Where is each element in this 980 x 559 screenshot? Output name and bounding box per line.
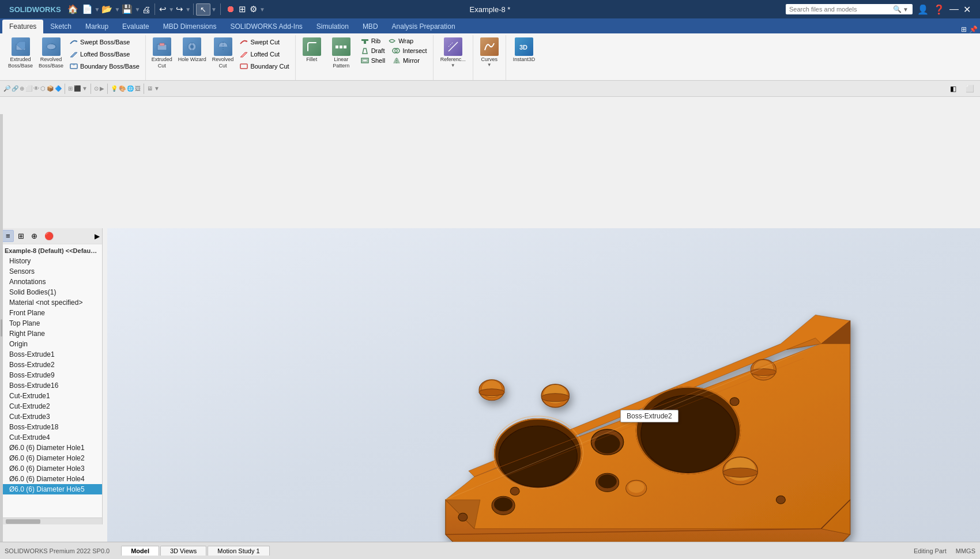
tree-item-boss-extrude18[interactable]: Boss-Extrude18 bbox=[0, 422, 102, 432]
tab-markup[interactable]: Markup bbox=[78, 20, 115, 33]
collapse-panel-button[interactable]: ◧ bbox=[947, 84, 960, 94]
bottom-tabs: Model 3D Views Motion Study 1 bbox=[121, 546, 269, 556]
panel-splitter[interactable] bbox=[0, 114, 3, 542]
tree-item-boss-extrude1[interactable]: Boss-Extrude1 bbox=[0, 349, 102, 360]
undo-button[interactable]: ↩ bbox=[157, 3, 168, 16]
search-dropdown-icon[interactable]: ▼ bbox=[903, 6, 909, 13]
svg-point-61 bbox=[730, 398, 739, 406]
tree-item-hole3[interactable]: Ø6.0 (6) Diameter Hole3 bbox=[0, 463, 102, 474]
expand-panel-button[interactable]: ⬜ bbox=[962, 84, 978, 94]
save-button[interactable]: 💾 bbox=[120, 3, 134, 16]
tree-item-cut-extrude1[interactable]: Cut-Extrude1 bbox=[0, 391, 102, 401]
svg-rect-18 bbox=[364, 41, 366, 44]
tree-item-boss-extrude16[interactable]: Boss-Extrude16 bbox=[0, 380, 102, 391]
grid-button[interactable]: ⊞ bbox=[237, 3, 248, 16]
revolved-cut-button[interactable]: RevolvedCut bbox=[210, 36, 236, 70]
search-box[interactable]: 🔍 ▼ bbox=[786, 4, 913, 14]
feature-manager-icon[interactable]: ≡ bbox=[2, 230, 14, 242]
tab-motion-study[interactable]: Motion Study 1 bbox=[208, 546, 269, 556]
tab-analysis-preparation[interactable]: Analysis Preparation bbox=[385, 20, 462, 33]
tree-item-boss-extrude2[interactable]: Boss-Extrude2 bbox=[0, 360, 102, 370]
tree-item-material[interactable]: Material <not specified> bbox=[0, 297, 102, 308]
tree-item-hole1[interactable]: Ø6.0 (6) Diameter Hole1 bbox=[0, 443, 102, 453]
tab-sketch[interactable]: Sketch bbox=[43, 20, 78, 33]
pin-ribbon-button[interactable]: 📌 bbox=[969, 25, 978, 33]
tree-item-cut-extrude2[interactable]: Cut-Extrude2 bbox=[0, 401, 102, 411]
revolved-boss-base-button[interactable]: RevolvedBoss/Base bbox=[36, 36, 66, 70]
ribbon-content: ExtrudedBoss/Base RevolvedBoss/Base Swep… bbox=[0, 33, 980, 81]
tab-mbd[interactable]: MBD bbox=[356, 20, 385, 33]
lofted-cut-button[interactable]: Lofted Cut bbox=[237, 50, 291, 59]
expand-arrow[interactable]: ▶ bbox=[95, 232, 100, 240]
property-manager-icon[interactable]: ⊞ bbox=[15, 231, 27, 241]
intersect-button[interactable]: Intersect bbox=[389, 46, 429, 55]
extruded-cut-button[interactable]: ExtrudedCut bbox=[149, 36, 175, 70]
tree-item-cut-extrude3[interactable]: Cut-Extrude3 bbox=[0, 411, 102, 422]
ribbon-group-curves: Curves ▼ bbox=[473, 35, 506, 80]
tree-item-hole5[interactable]: Ø6.0 (6) Diameter Hole5 bbox=[0, 484, 102, 494]
tab-features[interactable]: Features bbox=[2, 20, 43, 33]
extruded-boss-base-button[interactable]: ExtrudedBoss/Base bbox=[6, 36, 35, 70]
home-button[interactable]: 🏠 bbox=[66, 3, 80, 16]
tab-model[interactable]: Model bbox=[121, 546, 159, 556]
svg-rect-5 bbox=[70, 64, 77, 69]
tab-solidworks-addins[interactable]: SOLIDWORKS Add-Ins bbox=[223, 20, 309, 33]
tree-item-history[interactable]: History bbox=[0, 256, 102, 266]
account-button[interactable]: 👤 bbox=[917, 4, 929, 15]
reference-button[interactable]: Referenc... ▼ bbox=[438, 36, 468, 69]
new-button[interactable]: 📄 bbox=[80, 3, 95, 16]
svg-marker-25 bbox=[397, 58, 400, 63]
tree-item-right-plane[interactable]: Right Plane bbox=[0, 328, 102, 339]
document-title: Example-8 * bbox=[470, 5, 511, 14]
boundary-cut-button[interactable]: Boundary Cut bbox=[237, 62, 291, 71]
tree-item-cut-extrude4[interactable]: Cut-Extrude4 bbox=[0, 432, 102, 443]
tree-item-top-plane[interactable]: Top Plane bbox=[0, 318, 102, 328]
print-button[interactable]: 🖨 bbox=[140, 3, 152, 16]
tree-title: Example-8 (Default) <<Default>_Dis bbox=[0, 245, 102, 256]
tab-3d-views[interactable]: 3D Views bbox=[160, 546, 206, 556]
mirror-button[interactable]: Mirror bbox=[390, 56, 422, 65]
rib-button[interactable]: Rib bbox=[358, 36, 383, 46]
tree-item-annotations[interactable]: Annotations bbox=[0, 277, 102, 287]
cursor-button[interactable]: ↖ bbox=[196, 3, 210, 16]
instant3d-button[interactable]: 3D Instant3D bbox=[511, 36, 538, 63]
tree-item-solid-bodies[interactable]: Solid Bodies(1) bbox=[0, 287, 102, 297]
lofted-boss-base-button[interactable]: Lofted Boss/Base bbox=[67, 50, 142, 59]
close-button[interactable]: ✕ bbox=[963, 4, 971, 15]
panel-hscrollbar[interactable] bbox=[0, 518, 102, 524]
appearance-manager-icon[interactable]: 🔴 bbox=[42, 231, 56, 241]
fillet-button[interactable]: Fillet bbox=[299, 36, 325, 63]
tab-evaluate[interactable]: Evaluate bbox=[115, 20, 156, 33]
shell-button[interactable]: Shell bbox=[358, 56, 387, 65]
help-button[interactable]: ❓ bbox=[933, 4, 945, 15]
tree-item-origin[interactable]: Origin bbox=[0, 339, 102, 349]
swept-cut-button[interactable]: Swept Cut bbox=[237, 37, 291, 47]
search-input[interactable] bbox=[789, 6, 893, 13]
tree-item-sensors[interactable]: Sensors bbox=[0, 266, 102, 277]
viewport[interactable]: Boss-Extrude2 X Y Z خ۵سات bbox=[107, 228, 980, 559]
open-button[interactable]: 📂 bbox=[100, 3, 114, 16]
tab-mbd-dimensions[interactable]: MBD Dimensions bbox=[156, 20, 224, 33]
svg-marker-12 bbox=[240, 52, 247, 57]
tree-item-boss-extrude9[interactable]: Boss-Extrude9 bbox=[0, 370, 102, 380]
minimize-button[interactable]: — bbox=[949, 4, 959, 14]
tree-item-hole4[interactable]: Ø6.0 (6) Diameter Hole4 bbox=[0, 474, 102, 484]
linear-pattern-button[interactable]: LinearPattern bbox=[327, 36, 356, 70]
wrap-button[interactable]: Wrap bbox=[385, 36, 416, 46]
settings-button[interactable]: ⚙ bbox=[248, 3, 259, 16]
ribbon-group-reference: Referenc... ▼ bbox=[434, 35, 473, 80]
hole-wizard-button[interactable]: Hole Wizard bbox=[176, 36, 209, 64]
record-button[interactable]: ⏺ bbox=[224, 3, 237, 16]
draft-button[interactable]: Draft bbox=[358, 46, 387, 55]
redo-button[interactable]: ↪ bbox=[174, 3, 185, 16]
tree-item-hole2[interactable]: Ø6.0 (6) Diameter Hole2 bbox=[0, 453, 102, 463]
tab-simulation[interactable]: Simulation bbox=[310, 20, 356, 33]
configuration-manager-icon[interactable]: ⊕ bbox=[28, 231, 40, 241]
swept-boss-base-button[interactable]: Swept Boss/Base bbox=[67, 37, 142, 47]
app-version: SOLIDWORKS Premium 2022 SP0.0 bbox=[5, 547, 110, 554]
expand-ribbon-button[interactable]: ⊞ bbox=[961, 25, 967, 33]
status-right: Editing Part MMGS bbox=[914, 547, 975, 554]
curves-button[interactable]: Curves ▼ bbox=[478, 36, 501, 69]
tree-item-front-plane[interactable]: Front Plane bbox=[0, 308, 102, 318]
boundary-boss-base-button[interactable]: Boundary Boss/Base bbox=[67, 62, 142, 71]
